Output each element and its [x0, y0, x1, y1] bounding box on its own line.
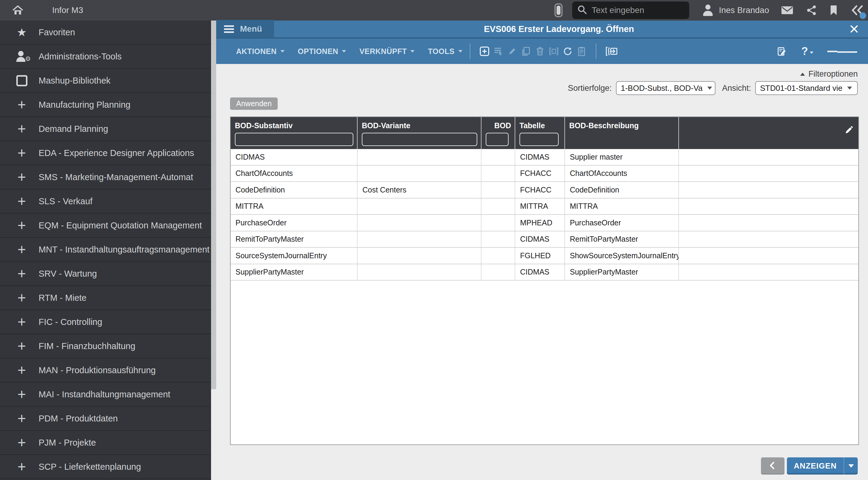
sidebar-scrollbar[interactable]: [211, 21, 216, 480]
sidebar-item[interactable]: ⚙ MAI - Instandhaltungmanagement: [0, 383, 211, 407]
sidebar-item[interactable]: ⚙ PJM - Projekte: [0, 431, 211, 455]
sidebar-item[interactable]: ⚙ MNT - Instandhaltungsauftragsmanagemen…: [0, 238, 211, 262]
table-row[interactable]: RemitToPartyMaster CIDMAS RemitToPartyMa…: [230, 231, 858, 248]
sidebar-item[interactable]: ⚙ SCP - Lieferkettenplanung: [0, 455, 211, 479]
sidebar-item-icon: ⚙: [12, 242, 31, 257]
cell-bod: [482, 215, 515, 231]
search-box[interactable]: [572, 1, 689, 19]
sidebar-item[interactable]: ⚙ Manufacturing Planning: [0, 93, 211, 117]
close-icon[interactable]: [844, 24, 868, 34]
cell-tabelle: MITTRA: [515, 199, 565, 214]
filter-options-label: Filteroptionen: [808, 69, 858, 79]
toolbar-menu[interactable]: OPTIONEN: [298, 47, 346, 56]
sidebar-item-label: FIM - Finanzbuchhaltung: [39, 341, 135, 351]
sidebar-item[interactable]: ⚙ FIC - Controlling: [0, 310, 211, 334]
sidebar-item[interactable]: ⚙ MAN - Produktionsausführung: [0, 358, 211, 383]
cell-bod-variante: [358, 166, 482, 182]
sidebar-scrollbar-thumb[interactable]: [211, 21, 216, 389]
screen: Infor M3 Ines Brandao: [0, 0, 868, 480]
sidebar-item[interactable]: ⚙ Demand Planning: [0, 117, 211, 141]
open-related-panel-icon[interactable]: [603, 46, 620, 56]
filter-input-bod-substantiv[interactable]: [235, 133, 353, 146]
edit-pencil-icon[interactable]: [505, 46, 519, 56]
share-icon[interactable]: [806, 5, 817, 16]
bookmark-icon[interactable]: [829, 5, 838, 16]
search-icon: [577, 4, 587, 16]
sidebar-item[interactable]: ⚙ Administrations-Tools: [0, 44, 211, 69]
select-rows-icon[interactable]: [491, 46, 505, 56]
search-input[interactable]: [592, 5, 701, 15]
sidebar-item[interactable]: ⚙ SRV - Wartung: [0, 262, 211, 286]
apply-button[interactable]: Anwenden: [230, 97, 278, 110]
table-row[interactable]: CIDMAS CIDMAS Supplier master: [230, 149, 858, 166]
cell-bod-variante: [358, 264, 482, 280]
copy-record-icon[interactable]: [519, 46, 533, 56]
sidebar-item[interactable]: ⚙ Favoriten: [0, 21, 211, 44]
table-row[interactable]: SourceSystemJournalEntry FGLHED ShowSour…: [230, 248, 858, 264]
anzeigen-split-button: ANZEIGEN: [787, 457, 858, 475]
column-header-tabelle: Tabelle: [515, 117, 565, 149]
cell-bod-beschreibung: ChartOfAccounts: [565, 166, 679, 182]
table-row[interactable]: CodeDefinition Cost Centers FCHACC CodeD…: [230, 182, 858, 199]
filter-input-bod-variante[interactable]: [362, 133, 477, 146]
chevron-down-icon: [848, 464, 854, 468]
table-row[interactable]: PurchaseOrder MPHEAD PurchaseOrder: [230, 215, 858, 231]
delete-trash-icon[interactable]: [533, 46, 547, 56]
notes-edit-icon[interactable]: [775, 46, 789, 57]
filter-options-toggle[interactable]: Filteroptionen: [800, 69, 858, 79]
anzeigen-dropdown-button[interactable]: [844, 457, 858, 475]
toolbar-menu[interactable]: TOOLS: [428, 47, 462, 56]
menu-tab[interactable]: Menü: [216, 20, 274, 38]
mail-icon[interactable]: [781, 6, 793, 15]
cell-bod-variante: [358, 231, 482, 247]
sidebar-item[interactable]: ⚙ SMS - Marketing-Management-Automat: [0, 165, 211, 189]
toolbar-menu[interactable]: VERKNÜPFT: [360, 47, 414, 56]
table-row[interactable]: SupplierPartyMaster CIDMAS SupplierParty…: [230, 264, 858, 281]
cell-tabelle: CIDMAS: [515, 264, 565, 280]
home-icon[interactable]: [12, 5, 24, 16]
device-toggle-icon[interactable]: [554, 3, 563, 17]
filter-input-bod[interactable]: [486, 133, 508, 146]
settings-menu-icon[interactable]: [826, 50, 859, 53]
clipboard-icon[interactable]: [575, 46, 589, 56]
table-row[interactable]: ChartOfAccounts FCHACC ChartOfAccounts: [230, 166, 858, 182]
chevron-down-icon: [707, 87, 712, 90]
chevron-down-icon: [410, 50, 414, 53]
previous-button[interactable]: [761, 457, 784, 475]
sidebar-item[interactable]: ⚙ PDM - Produktdaten: [0, 407, 211, 431]
cell-tabelle: CIDMAS: [515, 231, 565, 247]
sidebar-item[interactable]: ⚙ RTM - Miete: [0, 286, 211, 310]
sidebar-item[interactable]: ⚙ EQM - Equipment Quotation Management: [0, 214, 211, 238]
user-name: Ines Brandao: [719, 5, 769, 15]
document-brackets-icon[interactable]: [547, 46, 561, 56]
sort-order-value: 1-BOD-Subst., BOD-Va: [621, 84, 703, 93]
app-grid-icon[interactable]: [33, 5, 44, 16]
cell-tabelle: FCHACC: [515, 166, 565, 182]
main-panel: Menü EVS006 Erster Ladevorgang. Öffnen A…: [216, 21, 868, 480]
toolbar-menu-label: VERKNÜPFT: [360, 47, 407, 56]
toolbar-menu[interactable]: AKTIONEN: [236, 47, 285, 56]
sidebar-item[interactable]: ⚙ SLS - Verkauf: [0, 189, 211, 214]
sort-order-select[interactable]: 1-BOD-Subst., BOD-Va: [616, 81, 715, 95]
cell-bod: [482, 264, 515, 280]
filter-input-tabelle[interactable]: [520, 133, 559, 146]
user-menu[interactable]: Ines Brandao: [703, 4, 769, 16]
collapse-panel-icon[interactable]: [850, 4, 864, 16]
window-title: EVS006 Erster Ladevorgang. Öffnen: [274, 24, 844, 34]
sidebar-item[interactable]: ⚙ Mashup-Bibliothek: [0, 69, 211, 93]
anzeigen-button[interactable]: ANZEIGEN: [787, 457, 844, 475]
app-title: Infor M3: [52, 5, 83, 15]
sidebar-item[interactable]: ⚙ FIM - Finanzbuchhaltung: [0, 334, 211, 358]
sidebar-item-label: SRV - Wartung: [39, 269, 97, 279]
sidebar-item-label: Demand Planning: [39, 124, 108, 134]
column-header-bod-substantiv: BOD-Substantiv: [230, 117, 358, 149]
view-select[interactable]: STD01-01-Standard vie: [755, 81, 858, 95]
sidebar-item-icon: ⚙: [12, 436, 31, 450]
edit-columns-pencil-icon[interactable]: [844, 125, 854, 136]
cell-bod-beschreibung: CodeDefinition: [565, 182, 679, 198]
sidebar-item[interactable]: ⚙ EDA - Experience Designer Applications: [0, 141, 211, 165]
table-row[interactable]: MITTRA MITTRA MITTRA: [230, 199, 858, 215]
new-record-icon[interactable]: [477, 46, 491, 56]
refresh-icon[interactable]: [561, 46, 575, 56]
help-menu[interactable]: ?: [801, 45, 813, 58]
